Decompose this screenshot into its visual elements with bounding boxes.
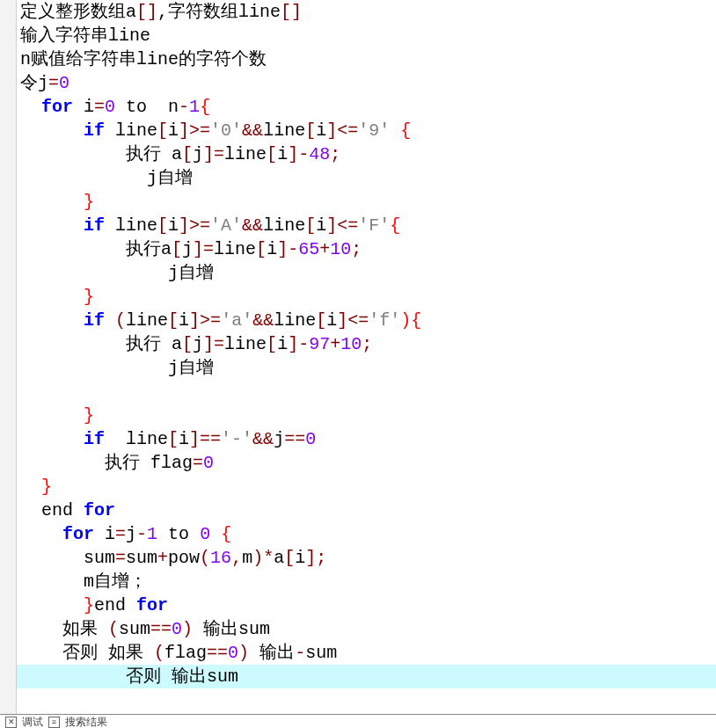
code-line[interactable]: n赋值给字符串line的字符个数 [20, 47, 716, 71]
code-line[interactable]: 令j=0 [20, 71, 716, 95]
code-line[interactable]: j自增 [20, 261, 716, 285]
code-line[interactable]: end for [20, 499, 716, 522]
code-area[interactable]: 定义整形数组a[],字符数组line[]输入字符串linen赋值给字符串line… [17, 0, 716, 714]
code-line[interactable]: } [20, 404, 716, 427]
tab-search-results[interactable]: 搜索结果 [65, 710, 107, 729]
code-line[interactable]: 执行 flag=0 [20, 451, 716, 475]
code-line[interactable]: 执行 a[j]=line[i]-97+10; [20, 332, 716, 356]
code-editor[interactable]: 定义整形数组a[],字符数组line[]输入字符串linen赋值给字符串line… [0, 0, 716, 714]
close-icon[interactable]: ✕ [5, 717, 17, 728]
code-line[interactable]: 否则 输出sum [17, 665, 716, 688]
code-line[interactable]: if (line[i]>='a'&&line[i]<='f'){ [20, 309, 716, 332]
tab-debug[interactable]: 调试 [22, 710, 43, 729]
code-line[interactable] [20, 380, 716, 404]
code-line[interactable]: 执行 a[j]=line[i]-48; [20, 142, 716, 166]
code-line[interactable]: } [20, 285, 716, 309]
code-line[interactable]: j自增 [20, 356, 716, 380]
code-line[interactable]: sum=sum+pow(16,m)*a[i]; [20, 546, 716, 570]
gutter [0, 0, 17, 714]
code-line[interactable]: j自增 [20, 166, 716, 190]
list-icon[interactable]: ≡ [48, 717, 60, 728]
code-line[interactable]: }end for [20, 593, 716, 617]
code-line[interactable]: 否则 如果 (flag==0) 输出-sum [20, 641, 716, 665]
code-line[interactable]: 如果 (sum==0) 输出sum [20, 617, 716, 641]
bottom-tab-bar: ✕ 调试 ≡ 搜索结果 [0, 714, 716, 728]
code-line[interactable]: 执行a[j]=line[i]-65+10; [20, 237, 716, 261]
code-line[interactable]: } [20, 190, 716, 214]
code-line[interactable]: for i=0 to n-1{ [20, 95, 716, 119]
code-line[interactable]: if line[i]=='-'&&j==0 [20, 427, 716, 451]
code-line[interactable]: for i=j-1 to 0 { [20, 522, 716, 546]
code-line[interactable]: } [20, 475, 716, 499]
code-line[interactable]: 输入字符串line [20, 24, 716, 47]
code-line[interactable]: if line[i]>='A'&&line[i]<='F'{ [20, 214, 716, 237]
code-line[interactable]: 定义整形数组a[],字符数组line[] [20, 0, 716, 24]
code-line[interactable]: if line[i]>='0'&&line[i]<='9' { [20, 119, 716, 142]
code-line[interactable]: m自增； [20, 570, 716, 593]
